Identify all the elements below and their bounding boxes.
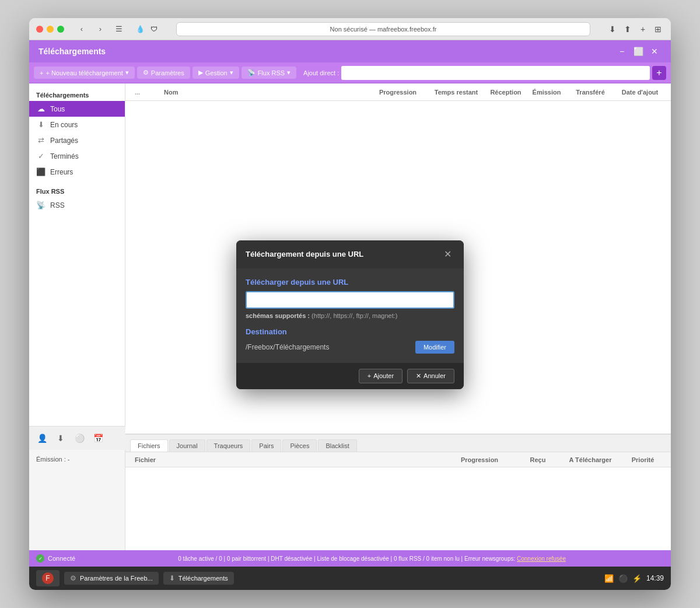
params-button[interactable]: ⚙ Paramètres: [137, 67, 190, 79]
error-icon: ⬛: [36, 167, 46, 176]
url-input[interactable]: [246, 291, 454, 309]
table-header: ... Nom Progression Temps restant Récept…: [125, 83, 671, 101]
sidebar-label-rss: RSS: [50, 201, 65, 209]
download-icon: ⬇: [36, 120, 46, 129]
ext-icons: 💧 🛡: [134, 23, 160, 35]
tab-blacklist[interactable]: Blacklist: [318, 439, 356, 452]
bottom-table-header: Fichier Progression Reçu A Télécharger P…: [125, 452, 671, 467]
settings-icon: ⚙: [70, 574, 76, 582]
download-icon[interactable]: ⬇: [607, 23, 618, 35]
close-dot[interactable]: [36, 26, 43, 33]
tab-fichiers[interactable]: Fichiers: [130, 439, 168, 452]
downloads-label: Téléchargements: [178, 575, 228, 582]
modal-close-button[interactable]: ✕: [440, 247, 454, 261]
circle-icon[interactable]: ⚪: [71, 430, 88, 446]
new-download-label: + Nouveau téléchargement: [46, 69, 123, 76]
bottom-right: Fichiers Journal Traqueurs Pairs Pièces …: [125, 435, 671, 550]
th-nom: Nom: [159, 89, 369, 96]
maximize-dot[interactable]: [57, 26, 64, 33]
ajout-direct-add-button[interactable]: +: [652, 66, 666, 80]
flux-rss-label: Flux RSS: [258, 69, 285, 76]
sidebar-label-termines: Terminés: [50, 152, 79, 160]
bth-fichier: Fichier: [130, 456, 444, 463]
flux-rss-dropdown-icon: ▾: [287, 69, 290, 76]
modifier-button[interactable]: Modifier: [415, 341, 454, 354]
minimize-dot[interactable]: [47, 26, 54, 33]
new-download-button[interactable]: + + Nouveau téléchargement ▾: [34, 67, 135, 79]
app-title: Téléchargements: [38, 47, 106, 56]
tab-journal[interactable]: Journal: [169, 439, 205, 452]
emission-info: Émission : -: [36, 456, 118, 463]
bottom-icons-row: 👤 ⬇ ⚪ 📅: [29, 426, 125, 450]
freebox-app[interactable]: F: [36, 570, 60, 586]
minimize-button[interactable]: −: [615, 44, 629, 58]
calendar-icon[interactable]: 📅: [90, 430, 106, 446]
add-icon: +: [368, 372, 371, 379]
restore-button[interactable]: ⬜: [631, 44, 645, 58]
modal-download-url: Téléchargement depuis une URL ✕ Téléchar…: [236, 240, 464, 389]
check-icon: ✓: [36, 152, 46, 160]
bth-recu: Reçu: [514, 456, 561, 463]
cancel-label: Annuler: [424, 372, 446, 379]
freebox-settings-app[interactable]: ⚙ Paramètres de la Freeb...: [64, 572, 159, 585]
share-icon[interactable]: ⬆: [622, 23, 634, 35]
tab-traqueurs[interactable]: Traqueurs: [206, 439, 251, 452]
taskbar-right: 📶 ⚫ ⚡ 14:39: [604, 574, 664, 583]
drop-icon: 💧: [134, 23, 146, 35]
th-progression: Progression: [369, 89, 427, 96]
sidebar-item-tous[interactable]: ☁ Tous: [29, 101, 125, 117]
forward-button[interactable]: ›: [92, 23, 108, 36]
usb-icon: ⚡: [632, 574, 642, 583]
modal-hint: schémas supportés : (http://, https://, …: [246, 312, 454, 319]
bth-priorite: Priorité: [620, 456, 666, 463]
play-icon: ▶: [198, 69, 203, 76]
downloads-app[interactable]: ⬇ Téléchargements: [163, 572, 234, 585]
tab-pairs[interactable]: Pairs: [251, 439, 281, 452]
freebox-settings-label: Paramètres de la Freeb...: [80, 575, 153, 582]
sidebar-item-rss[interactable]: 📡 RSS: [29, 197, 125, 213]
dropdown-icon: ▾: [125, 69, 129, 76]
title-bar: ‹ › ☰ 💧 🛡 Non sécurisé — mafreebox.freeb…: [29, 18, 671, 40]
circle-status-icon: ⚫: [618, 574, 628, 583]
tab-pieces[interactable]: Pièces: [282, 439, 317, 452]
sidebar-item-termines[interactable]: ✓ Terminés: [29, 148, 125, 164]
destination-row: /Freebox/Téléchargements Modifier: [246, 341, 454, 354]
status-bar: ✓ Connecté 0 tâche active / 0 | 0 pair b…: [29, 550, 671, 567]
sidebar-label-partages: Partagés: [50, 137, 78, 145]
bookmarks-button[interactable]: ☰: [111, 23, 127, 36]
connection-refused-link[interactable]: Connexion refusée: [517, 555, 566, 562]
close-button[interactable]: ✕: [648, 44, 662, 58]
connected-label: Connecté: [48, 555, 75, 562]
download-icon[interactable]: ⬇: [52, 430, 69, 446]
cancel-button[interactable]: ✕ Annuler: [407, 369, 454, 383]
app-header-controls: − ⬜ ✕: [615, 44, 662, 58]
add-label: Ajouter: [373, 372, 394, 379]
modal-footer: + Ajouter ✕ Annuler: [236, 363, 464, 389]
address-bar[interactable]: Non sécurisé — mafreebox.freebox.fr: [176, 22, 590, 36]
add-button[interactable]: + Ajouter: [359, 369, 402, 383]
gestion-button[interactable]: ▶ Gestion ▾: [192, 67, 239, 79]
hint-label: schémas supportés :: [246, 312, 310, 319]
sidebar-item-en-cours[interactable]: ⬇ En cours: [29, 117, 125, 132]
sidebar-item-erreurs[interactable]: ⬛ Erreurs: [29, 164, 125, 180]
flux-rss-section-title: Flux RSS: [29, 184, 125, 197]
flux-rss-button[interactable]: 📡 Flux RSS ▾: [242, 67, 296, 79]
share-icon: ⇄: [36, 136, 46, 145]
person-icon[interactable]: 👤: [34, 430, 50, 446]
ajout-direct-input[interactable]: [341, 66, 650, 80]
titlebar-right: ⬇ ⬆ + ⊞: [607, 23, 664, 35]
back-button[interactable]: ‹: [74, 23, 90, 36]
bth-a-telecharger: A Télécharger: [561, 456, 620, 463]
new-tab-icon[interactable]: +: [637, 23, 649, 35]
grid-icon[interactable]: ⊞: [652, 23, 664, 35]
ajout-direct-label: Ajout direct :: [303, 69, 339, 76]
modal-section-title: Télécharger depuis une URL: [246, 278, 454, 286]
sidebar-section-title: Téléchargements: [29, 88, 125, 101]
modal-title: Téléchargement depuis une URL: [246, 250, 363, 258]
gestion-label: Gestion: [205, 69, 228, 76]
bottom-tabs: Fichiers Journal Traqueurs Pairs Pièces …: [125, 435, 671, 452]
connected-dot: ✓: [36, 554, 44, 562]
gestion-dropdown-icon: ▾: [230, 69, 233, 76]
app-header: Téléchargements − ⬜ ✕: [29, 40, 671, 62]
sidebar-item-partages[interactable]: ⇄ Partagés: [29, 132, 125, 148]
